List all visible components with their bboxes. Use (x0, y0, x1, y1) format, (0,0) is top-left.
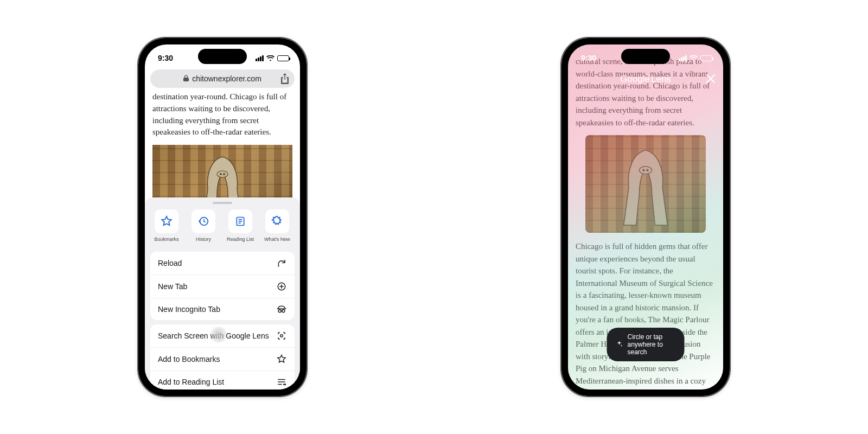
status-time: 9:30 (158, 54, 173, 62)
quick-whats-new[interactable]: What's New (262, 209, 292, 242)
battery-icon (700, 55, 712, 61)
wifi-icon (266, 55, 275, 61)
dynamic-island (621, 49, 670, 64)
menu-group-1: Reload New Tab New Incognito Tab (150, 252, 295, 320)
article-text: destination year-round. Chicago is full … (152, 91, 292, 138)
history-icon (192, 209, 215, 233)
quick-reading-list[interactable]: Reading List (225, 209, 256, 242)
menu-add-reading-list[interactable]: Add to Reading List (150, 371, 295, 390)
cellular-icon (256, 55, 264, 61)
whats-new-icon (265, 209, 289, 233)
menu-sheet[interactable]: Bookmarks History Reading List (145, 197, 300, 390)
star-icon (155, 209, 178, 233)
svg-point-16 (280, 335, 283, 337)
address-bar[interactable]: chitownexplorer.com (150, 69, 295, 88)
lens-icon (276, 331, 287, 341)
screen-right[interactable]: cultural scene, from deep-dish pizza to … (568, 44, 723, 390)
incognito-icon (276, 305, 287, 314)
status-indicators (256, 55, 289, 61)
status-time: 9:30 (581, 54, 596, 62)
lens-hint-text: Circle or tap anywhere to search (628, 333, 676, 356)
phone-left: 9:30 chitownexplorer.com destination yea… (138, 38, 307, 396)
menu-group-2: Search Screen with Google Lens Add to Bo… (150, 324, 295, 390)
lens-title: Google Lens (620, 74, 671, 85)
quick-history[interactable]: History (188, 209, 219, 242)
quick-bookmarks[interactable]: Bookmarks (151, 209, 182, 242)
lock-icon (183, 75, 189, 82)
reading-add-icon (276, 378, 287, 386)
svg-point-21 (285, 384, 286, 385)
menu-new-incognito[interactable]: New Incognito Tab (150, 298, 295, 320)
svg-point-20 (284, 384, 285, 385)
lens-hint-pill: Circle or tap anywhere to search (607, 328, 685, 361)
star-outline-icon (276, 354, 287, 364)
sheet-grabber[interactable] (213, 202, 232, 204)
url-text: chitownexplorer.com (192, 74, 261, 83)
sparkle-icon (616, 340, 623, 349)
quick-passwords[interactable]: Pass (299, 209, 300, 242)
screen-left: 9:30 chitownexplorer.com destination yea… (145, 44, 300, 390)
status-indicators (679, 55, 712, 61)
reload-icon (276, 258, 287, 268)
dynamic-island (198, 49, 247, 64)
reading-list-icon (228, 209, 252, 233)
svg-point-1 (220, 173, 222, 175)
battery-icon (277, 55, 289, 61)
svg-point-2 (223, 173, 225, 175)
share-icon[interactable] (280, 73, 289, 86)
menu-add-bookmarks[interactable]: Add to Bookmarks (150, 348, 295, 371)
menu-new-tab[interactable]: New Tab (150, 275, 295, 298)
menu-search-lens[interactable]: Search Screen with Google Lens (150, 324, 295, 348)
lens-header: Google Lens (568, 74, 723, 85)
close-icon[interactable] (706, 74, 716, 85)
svg-point-0 (217, 171, 228, 177)
menu-reload[interactable]: Reload (150, 252, 295, 275)
plus-circle-icon (276, 282, 287, 291)
wifi-icon (690, 55, 698, 61)
svg-point-13 (278, 310, 281, 312)
quick-actions-row: Bookmarks History Reading List (145, 209, 300, 247)
cellular-icon (679, 55, 687, 61)
svg-point-14 (282, 310, 285, 312)
tap-indicator (210, 326, 227, 343)
phone-right: cultural scene, from deep-dish pizza to … (561, 38, 730, 396)
